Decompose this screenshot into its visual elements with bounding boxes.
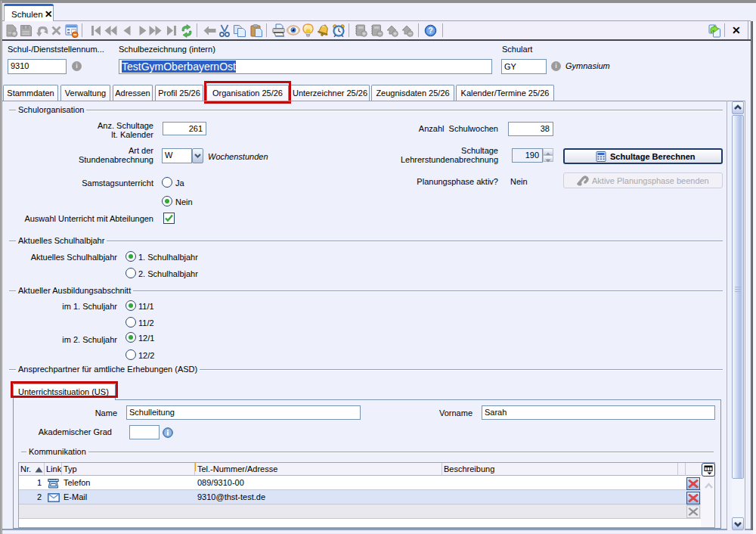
svg-text:?: ? (428, 26, 432, 35)
